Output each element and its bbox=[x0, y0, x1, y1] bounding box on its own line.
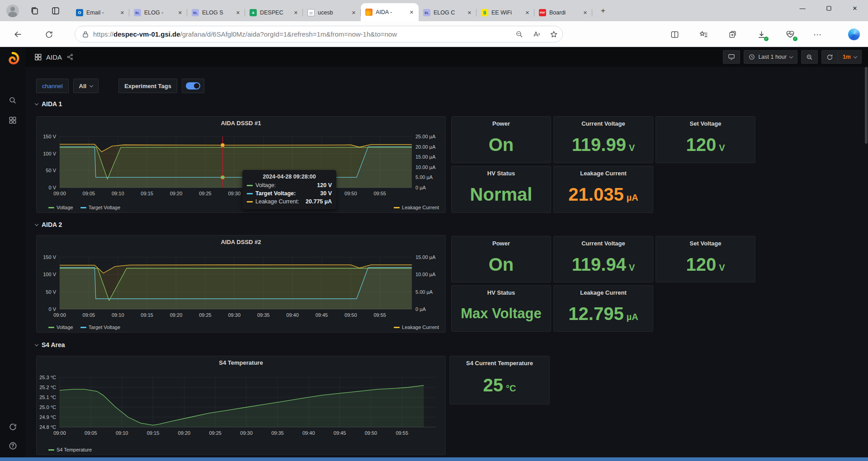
refresh-button[interactable] bbox=[43, 29, 54, 40]
browser-tab[interactable]: EL ELOG - ✕ bbox=[129, 4, 187, 21]
chart-plot[interactable]: 09:0009:0509:1009:1509:2009:2509:3009:35… bbox=[37, 356, 445, 455]
minimize-button[interactable]: — bbox=[789, 0, 816, 16]
variable-label-channel[interactable]: channel bbox=[36, 79, 69, 93]
site-permissions-lock-icon[interactable] bbox=[82, 31, 89, 38]
browser-tab[interactable]: + DESPEC ✕ bbox=[245, 4, 303, 21]
legend-item[interactable]: Target Voltage bbox=[80, 325, 120, 330]
cycle-view-button[interactable] bbox=[723, 50, 740, 64]
close-tab-icon[interactable]: ✕ bbox=[177, 9, 184, 17]
browser-tab[interactable]: AIDA - ✕ bbox=[361, 3, 419, 21]
legend-dash-icon bbox=[48, 207, 54, 208]
read-aloud-icon[interactable] bbox=[533, 30, 541, 38]
tooltip-timestamp: 2024-04-28 09:28:00 bbox=[247, 174, 332, 180]
browser-tab[interactable]: EL ELOG S ✕ bbox=[187, 4, 245, 21]
browser-essentials-icon[interactable]: ✓ bbox=[785, 29, 796, 40]
svg-text:09:50: 09:50 bbox=[365, 430, 377, 436]
split-screen-icon[interactable] bbox=[669, 29, 680, 40]
browser-toolbar: https://despec-vm-01.gsi.de/grafana/d/6S… bbox=[0, 21, 868, 47]
stat-panel-hv-status-2[interactable]: HV Status Max Voltage bbox=[451, 285, 551, 332]
legend-dash-icon bbox=[48, 449, 54, 451]
copilot-icon[interactable] bbox=[848, 28, 860, 40]
browser-tab[interactable]: ▤ ucesb ✕ bbox=[303, 4, 361, 21]
close-tab-icon[interactable]: ✕ bbox=[292, 9, 299, 17]
close-tab-icon[interactable]: ✕ bbox=[524, 9, 531, 17]
chart-panel-s4-temperature[interactable]: 09:0009:0509:1009:1509:2009:2509:3009:35… bbox=[36, 356, 446, 455]
browser-tab[interactable]: 8 EE WiFi ✕ bbox=[476, 4, 534, 21]
close-tab-icon[interactable]: ✕ bbox=[408, 9, 415, 16]
back-button[interactable] bbox=[13, 29, 24, 40]
stat-panel-power-1[interactable]: Power On bbox=[451, 116, 551, 163]
vertical-tabs-icon[interactable] bbox=[51, 6, 61, 16]
stat-panel-leakage-current-2[interactable]: Leakage Current 12.795µA bbox=[553, 285, 653, 332]
stat-panel-current-voltage-1[interactable]: Current Voltage 119.99V bbox=[553, 116, 653, 163]
variable-value-dropdown[interactable]: All bbox=[73, 79, 99, 93]
close-tab-icon[interactable]: ✕ bbox=[466, 9, 473, 17]
legend-item[interactable]: Target Voltage bbox=[80, 205, 120, 210]
stat-panel-current-voltage-2[interactable]: Current Voltage 119.94V bbox=[553, 236, 653, 282]
svg-text:15.00 µA: 15.00 µA bbox=[415, 154, 436, 160]
help-icon[interactable]: ? bbox=[0, 437, 25, 455]
profile-avatar[interactable] bbox=[6, 5, 19, 17]
close-tab-icon[interactable]: ✕ bbox=[119, 9, 126, 17]
close-window-button[interactable]: ✕ bbox=[842, 0, 868, 16]
address-bar[interactable]: https://despec-vm-01.gsi.de/grafana/d/6S… bbox=[75, 26, 563, 42]
close-tab-icon[interactable]: ✕ bbox=[582, 9, 589, 17]
url-text[interactable]: https://despec-vm-01.gsi.de/grafana/d/6S… bbox=[93, 30, 512, 38]
chart-plot[interactable]: 09:0009:0509:1009:1509:2009:2509:3009:35… bbox=[37, 235, 445, 332]
time-range-picker[interactable]: Last 1 hour bbox=[744, 50, 797, 64]
tooltip-row: Target Voltage: 30 V bbox=[247, 190, 332, 197]
spreadsheet-icon: + bbox=[250, 9, 257, 16]
tab-title: ELOG - bbox=[144, 9, 174, 16]
new-tab-button[interactable]: + bbox=[598, 5, 609, 16]
browser-tab[interactable]: EL ELOG C ✕ bbox=[419, 4, 476, 21]
downloads-icon[interactable]: ✓ bbox=[756, 29, 767, 40]
sign-in-icon[interactable] bbox=[0, 418, 25, 436]
zoom-out-time-button[interactable] bbox=[801, 50, 818, 64]
dashboards-icon[interactable] bbox=[0, 111, 25, 129]
chart-title: AIDA DSSD #1 bbox=[37, 120, 445, 127]
favorite-star-icon[interactable] bbox=[550, 30, 558, 38]
page-scrollbar[interactable] bbox=[865, 67, 868, 457]
chart-plot[interactable]: 09:0009:0509:1009:1509:2009:2509:3009:35… bbox=[37, 117, 445, 212]
section-aida2[interactable]: AIDA 2 bbox=[35, 221, 62, 228]
stat-panel-leakage-current-1[interactable]: Leakage Current 21.035µA bbox=[553, 166, 653, 213]
browser-tab[interactable]: O Email - ✕ bbox=[71, 4, 129, 21]
maximize-button[interactable] bbox=[816, 0, 842, 16]
stat-value: 119.99V bbox=[572, 135, 635, 155]
section-aida1[interactable]: AIDA 1 bbox=[35, 100, 62, 108]
legend-item[interactable]: Voltage bbox=[48, 325, 73, 330]
favorites-bar-icon[interactable] bbox=[698, 29, 709, 40]
legend-item[interactable]: Leakage Current bbox=[394, 325, 439, 330]
legend-item[interactable]: S4 Temperature bbox=[48, 447, 92, 452]
stat-panel-set-voltage-1[interactable]: Set Voltage 120V bbox=[656, 116, 755, 163]
collections-icon[interactable] bbox=[727, 29, 738, 40]
stat-panel-s4-current-temperature[interactable]: S4 Current Temperature 25°C bbox=[449, 356, 550, 405]
stat-panel-power-2[interactable]: Power On bbox=[451, 236, 551, 282]
chart-panel-aida-dssd-2[interactable]: 09:0009:0509:1009:1509:2009:2509:3009:35… bbox=[36, 235, 446, 333]
refresh-interval-picker[interactable]: 1m bbox=[838, 50, 862, 64]
stat-panel-set-voltage-2[interactable]: Set Voltage 120V bbox=[656, 236, 755, 282]
share-icon[interactable] bbox=[66, 53, 74, 61]
collapse-chevron-icon bbox=[35, 342, 38, 346]
svg-text:0 V: 0 V bbox=[48, 306, 56, 312]
close-tab-icon[interactable]: ✕ bbox=[350, 9, 357, 17]
stat-panel-hv-status-1[interactable]: HV Status Normal bbox=[451, 166, 551, 213]
zoom-out-page-icon[interactable] bbox=[515, 30, 524, 38]
svg-text:09:35: 09:35 bbox=[257, 312, 270, 318]
legend-item[interactable]: Voltage bbox=[48, 205, 73, 210]
browser-tab[interactable]: PDF Boardi ✕ bbox=[534, 4, 592, 21]
elog-icon: EL bbox=[423, 9, 430, 16]
close-tab-icon[interactable]: ✕ bbox=[235, 9, 241, 17]
search-icon[interactable] bbox=[0, 91, 25, 109]
chart-panel-aida-dssd-1[interactable]: 09:0009:0509:1009:1509:2009:2509:3009:35… bbox=[36, 116, 446, 213]
workspaces-icon[interactable] bbox=[30, 6, 40, 16]
grafana-logo[interactable] bbox=[0, 50, 25, 68]
legend-item[interactable]: Leakage Current bbox=[394, 205, 439, 210]
dashboard-grid-icon[interactable] bbox=[34, 53, 42, 61]
svg-text:09:55: 09:55 bbox=[373, 191, 386, 196]
svg-text:09:05: 09:05 bbox=[85, 430, 97, 436]
settings-more-icon[interactable]: ··· bbox=[812, 29, 823, 40]
refresh-dashboard-button[interactable] bbox=[821, 50, 838, 64]
section-s4-area[interactable]: S4 Area bbox=[35, 341, 65, 348]
experiment-tags-toggle[interactable] bbox=[186, 82, 200, 89]
